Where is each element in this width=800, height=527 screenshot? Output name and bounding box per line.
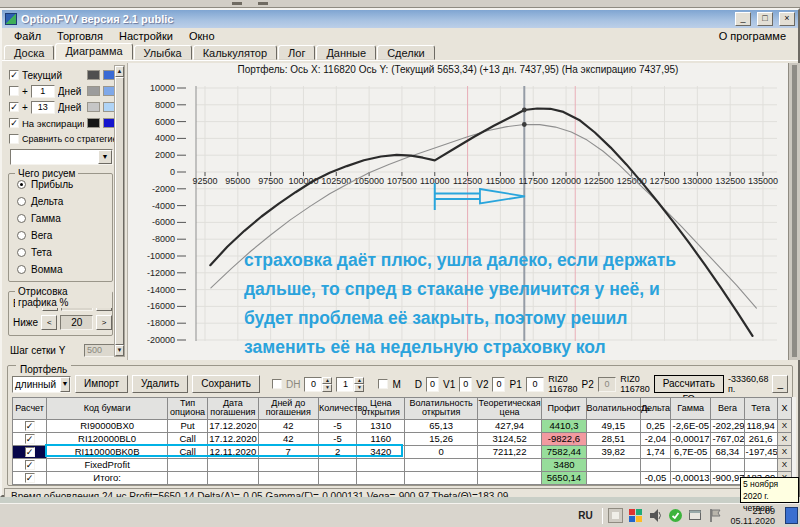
table-cell[interactable]: 427,94	[477, 419, 541, 432]
table-cell[interactable]	[405, 471, 477, 484]
chevron-down-icon[interactable]: ▼	[98, 150, 112, 164]
table-cell[interactable]: -5	[318, 419, 356, 432]
column-header[interactable]: Волатильность	[586, 398, 640, 420]
table-cell[interactable]: 3420	[357, 445, 405, 458]
sidebar-scrollbar[interactable]: ▲ ▼	[114, 65, 125, 357]
table-cell[interactable]: RI110000BK0B	[47, 445, 168, 458]
tab-Лог[interactable]: Лог	[278, 45, 315, 60]
row-delete-button[interactable]: X	[777, 419, 791, 432]
spin-down-icon[interactable]: ▼	[354, 384, 364, 392]
color-swatch[interactable]	[87, 118, 100, 128]
column-header[interactable]: Расчет	[13, 398, 47, 420]
table-cell[interactable]: -2,6E-05	[671, 419, 711, 432]
spinner-value[interactable]: 1	[336, 377, 354, 392]
column-header[interactable]: Гамма	[671, 398, 711, 420]
volume-tray-icon[interactable]	[648, 508, 663, 523]
table-cell[interactable]: Put	[167, 419, 207, 432]
row-delete-button[interactable]: X	[777, 458, 791, 471]
scroll-down-icon[interactable]: ▼	[115, 345, 124, 356]
column-header[interactable]: Дней до погашения	[258, 398, 318, 420]
color-swatch[interactable]	[87, 102, 100, 112]
p1-input[interactable]: 0	[526, 377, 545, 392]
v2-input[interactable]: 0	[492, 377, 505, 392]
current-checkbox[interactable]: ✓	[9, 70, 19, 80]
radio-Дельта[interactable]	[17, 197, 26, 206]
menu-file[interactable]: Файл	[6, 29, 49, 43]
table-cell[interactable]: 5650,14	[542, 471, 586, 484]
row-calc-checkbox[interactable]: ✓	[25, 434, 35, 444]
spinner-value[interactable]: 0	[304, 377, 322, 392]
row-delete-button[interactable]: X	[777, 445, 791, 458]
m-checkbox[interactable]	[378, 379, 388, 389]
menu-settings[interactable]: Настройки	[111, 29, 181, 43]
strategy-combobox[interactable]: ▼	[10, 149, 113, 165]
menu-about[interactable]: О программе	[711, 29, 794, 43]
spin-up-icon[interactable]: ▲	[354, 377, 364, 385]
color-swatch[interactable]	[87, 70, 100, 80]
menu-window[interactable]: Окно	[181, 29, 223, 43]
table-cell[interactable]	[258, 471, 318, 484]
flag-tray-icon[interactable]	[708, 508, 723, 523]
radio-Прибыль[interactable]	[17, 180, 26, 189]
table-cell[interactable]: -2,04	[640, 432, 670, 445]
table-cell[interactable]: 0,25	[640, 419, 670, 432]
calc-cell[interactable]: ✓	[13, 419, 47, 432]
spinner-1[interactable]: 0 ▲▼	[304, 377, 332, 392]
table-cell[interactable]: -197,45	[744, 445, 777, 458]
calc-cell[interactable]: ✓	[13, 471, 47, 484]
spinner-2[interactable]: 1 ▲▼	[336, 377, 364, 392]
table-cell[interactable]: 65,13	[405, 419, 477, 432]
table-cell[interactable]: 1160	[357, 432, 405, 445]
column-header[interactable]: X	[777, 398, 791, 420]
table-cell[interactable]	[318, 458, 356, 471]
table-cell[interactable]: 68,34	[711, 445, 744, 458]
table-cell[interactable]	[711, 458, 744, 471]
column-header[interactable]: Волатильность открытия	[405, 398, 477, 420]
table-cell[interactable]	[208, 458, 258, 471]
table-cell[interactable]	[586, 471, 640, 484]
radio-Тета[interactable]	[17, 248, 26, 257]
column-header[interactable]: Тип опциона	[167, 398, 207, 420]
column-header[interactable]: Вега	[711, 398, 744, 420]
table-cell[interactable]: 42	[258, 432, 318, 445]
days13-input[interactable]: 13	[31, 101, 55, 114]
collapse-button[interactable]: _	[772, 375, 788, 393]
column-header[interactable]: Теоретическая цена	[477, 398, 541, 420]
table-cell[interactable]: Итого:	[47, 471, 168, 484]
table-cell[interactable]	[258, 458, 318, 471]
taskbar[interactable]: RU 21:09 05.11.2020	[0, 503, 800, 527]
close-button[interactable]: ×	[779, 12, 795, 26]
tab-Данные[interactable]: Данные	[316, 45, 376, 60]
radio-Вомма[interactable]	[17, 265, 26, 274]
radio-Вега[interactable]	[17, 231, 26, 240]
table-cell[interactable]: Call	[167, 445, 207, 458]
table-cell[interactable]: 7211,22	[477, 445, 541, 458]
tab-Калькулятор[interactable]: Калькулятор	[193, 45, 277, 60]
scrollbar-thumb[interactable]	[115, 77, 124, 345]
table-cell[interactable]: 1,74	[640, 445, 670, 458]
table-cell[interactable]: 1310	[357, 419, 405, 432]
plus1-checkbox[interactable]	[9, 86, 19, 96]
table-cell[interactable]: 3480	[542, 458, 586, 471]
table-cell[interactable]	[167, 471, 207, 484]
table-cell[interactable]: 39,82	[586, 445, 640, 458]
table-cell[interactable]: 4410,3	[542, 419, 586, 432]
table-cell[interactable]	[744, 458, 777, 471]
table-cell[interactable]	[477, 471, 541, 484]
tab-Улыбка[interactable]: Улыбка	[134, 45, 192, 60]
cube-tray-icon[interactable]	[628, 508, 643, 523]
calc-go-button[interactable]: Рассчитать ГО	[654, 375, 724, 393]
row-calc-checkbox[interactable]: ✓	[25, 473, 35, 483]
table-cell[interactable]: 28,51	[586, 432, 640, 445]
row-calc-checkbox[interactable]: ✓	[25, 460, 35, 470]
table-cell[interactable]	[318, 471, 356, 484]
table-cell[interactable]: -0,05	[640, 471, 670, 484]
below-increase-button[interactable]: >	[96, 315, 112, 330]
preset-combobox[interactable]: длинный стре ▼	[12, 376, 71, 393]
spin-up-icon[interactable]: ▲	[322, 377, 332, 385]
table-cell[interactable]: 7582,44	[542, 445, 586, 458]
compare-strategy-checkbox[interactable]	[9, 134, 19, 144]
chart-vertical-scrollbar[interactable]	[788, 63, 800, 360]
v1-input[interactable]: 0	[459, 377, 472, 392]
table-cell[interactable]: 118,94	[744, 419, 777, 432]
